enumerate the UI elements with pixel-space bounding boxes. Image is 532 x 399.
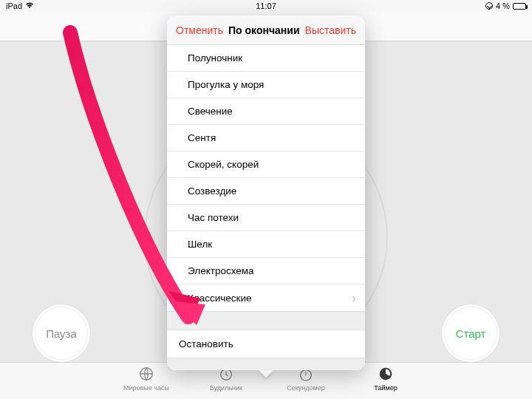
start-label: Старт xyxy=(456,327,486,340)
list-item[interactable]: Шелк xyxy=(167,231,365,258)
clock-label: 11:07 xyxy=(180,1,353,10)
list-item[interactable]: Созвездие xyxy=(167,178,365,205)
orientation-lock-icon xyxy=(485,2,493,10)
section-gap xyxy=(167,311,365,330)
tab-label: Секундомер xyxy=(287,384,324,392)
list-item-classic[interactable]: Классические xyxy=(167,284,365,311)
list-item-label: Свечение xyxy=(188,106,233,117)
pause-label: Пауза xyxy=(46,327,77,340)
stop-label: Остановить xyxy=(179,338,233,349)
list-item-label: Созвездие xyxy=(188,185,236,197)
list-item-label: Прогулка у моря xyxy=(188,79,264,90)
tab-world-clock[interactable]: Мировые часы xyxy=(120,366,172,392)
cancel-button[interactable]: Отменить xyxy=(176,24,223,36)
list-item-label: Полуночник xyxy=(188,52,242,64)
tab-label: Таймер xyxy=(374,384,397,392)
stop-playing-item[interactable]: Остановить xyxy=(167,330,365,358)
battery-icon xyxy=(513,3,526,10)
list-item[interactable]: Свечение xyxy=(167,98,365,125)
list-item-label: Электросхема xyxy=(188,265,254,276)
when-timer-ends-popover: Отменить По окончании Выставить Полуночн… xyxy=(167,16,365,370)
timer-icon xyxy=(378,366,394,383)
list-item[interactable]: Скорей, скорей xyxy=(167,151,365,178)
popover-caret-icon xyxy=(259,370,273,378)
list-item-label: Шелк xyxy=(188,239,212,250)
screen: iPad 11:07 4 % Пауза Старт ♫ Радар Миров… xyxy=(0,0,532,399)
list-item-label: Сентя xyxy=(188,132,216,143)
popover-title: По окончании xyxy=(228,24,299,36)
list-item[interactable]: Час потехи xyxy=(167,205,365,231)
list-item[interactable]: Полуночник xyxy=(167,45,365,72)
svg-point-2 xyxy=(301,370,312,381)
globe-icon xyxy=(138,366,154,383)
list-item[interactable]: Прогулка у моря xyxy=(167,72,365,98)
list-item[interactable]: Сентя xyxy=(167,125,365,151)
popover-header: Отменить По окончании Выставить xyxy=(167,16,365,45)
set-button[interactable]: Выставить xyxy=(305,24,356,36)
tab-label: Мировые часы xyxy=(123,384,169,392)
device-label: iPad xyxy=(6,1,22,10)
wifi-icon xyxy=(25,1,34,10)
popover-footer-gap xyxy=(167,358,365,370)
battery-text: 4 % xyxy=(496,1,510,10)
tab-label: Будильник xyxy=(210,384,242,392)
list-item[interactable]: Электросхема xyxy=(167,258,365,284)
tab-timer[interactable]: Таймер xyxy=(360,366,412,392)
status-bar: iPad 11:07 4 % xyxy=(0,0,532,12)
ringtone-list[interactable]: Полуночник Прогулка у моря Свечение Сент… xyxy=(167,45,365,311)
list-item-label: Классические xyxy=(188,293,252,304)
list-item-label: Час потехи xyxy=(188,212,239,223)
list-item-label: Скорей, скорей xyxy=(188,159,259,170)
